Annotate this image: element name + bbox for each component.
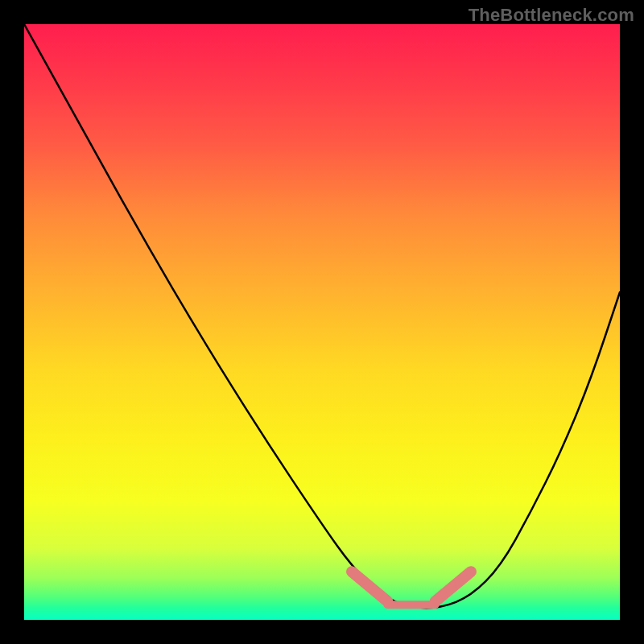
chart-container: TheBottleneck.com bbox=[0, 0, 644, 644]
curve-svg bbox=[24, 24, 620, 620]
bottleneck-curve bbox=[24, 24, 620, 608]
watermark-text: TheBottleneck.com bbox=[469, 5, 634, 26]
highlight-left bbox=[352, 572, 387, 601]
plot-area bbox=[24, 24, 620, 620]
